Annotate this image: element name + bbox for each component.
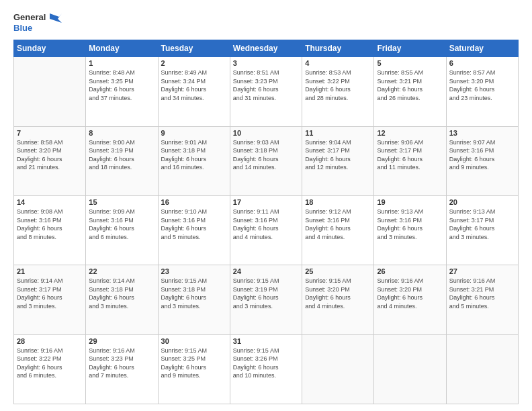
day-info: Sunrise: 9:00 AM Sunset: 3:19 PM Dayligh… <box>89 138 154 172</box>
day-number: 17 <box>233 198 299 206</box>
calendar-cell: 1Sunrise: 8:48 AM Sunset: 3:25 PM Daylig… <box>86 57 158 126</box>
day-info: Sunrise: 8:48 AM Sunset: 3:25 PM Dayligh… <box>89 68 154 102</box>
day-info: Sunrise: 8:51 AM Sunset: 3:23 PM Dayligh… <box>233 68 299 102</box>
day-number: 6 <box>449 59 515 67</box>
day-info: Sunrise: 9:11 AM Sunset: 3:16 PM Dayligh… <box>233 208 299 241</box>
day-info: Sunrise: 8:57 AM Sunset: 3:20 PM Dayligh… <box>449 68 515 102</box>
day-number: 8 <box>89 129 154 137</box>
calendar-cell: 4Sunrise: 8:53 AM Sunset: 3:22 PM Daylig… <box>302 57 374 126</box>
day-number: 23 <box>161 267 227 275</box>
calendar-cell: 28Sunrise: 9:16 AM Sunset: 3:22 PM Dayli… <box>14 334 86 404</box>
calendar-cell: 8Sunrise: 9:00 AM Sunset: 3:19 PM Daylig… <box>86 126 158 195</box>
day-number: 16 <box>161 198 227 206</box>
day-number: 30 <box>161 337 227 345</box>
calendar-cell: 7Sunrise: 8:58 AM Sunset: 3:20 PM Daylig… <box>14 126 86 195</box>
calendar-cell: 17Sunrise: 9:11 AM Sunset: 3:16 PM Dayli… <box>230 195 302 265</box>
day-info: Sunrise: 9:01 AM Sunset: 3:18 PM Dayligh… <box>161 138 227 172</box>
day-info: Sunrise: 9:10 AM Sunset: 3:16 PM Dayligh… <box>161 208 227 241</box>
calendar-cell <box>374 334 446 404</box>
calendar-cell: 2Sunrise: 8:49 AM Sunset: 3:24 PM Daylig… <box>158 57 230 126</box>
day-info: Sunrise: 9:15 AM Sunset: 3:19 PM Dayligh… <box>233 277 299 310</box>
day-info: Sunrise: 8:58 AM Sunset: 3:20 PM Dayligh… <box>17 138 83 172</box>
day-info: Sunrise: 9:09 AM Sunset: 3:16 PM Dayligh… <box>89 208 154 241</box>
day-info: Sunrise: 9:14 AM Sunset: 3:17 PM Dayligh… <box>17 277 83 310</box>
day-number: 20 <box>449 198 515 206</box>
day-number: 29 <box>89 337 154 345</box>
day-number: 13 <box>449 129 515 137</box>
day-info: Sunrise: 9:07 AM Sunset: 3:16 PM Dayligh… <box>449 138 515 172</box>
weekday-header-tuesday: Tuesday <box>158 40 230 57</box>
day-number: 4 <box>305 59 371 67</box>
day-info: Sunrise: 9:08 AM Sunset: 3:16 PM Dayligh… <box>17 208 83 241</box>
weekday-header-wednesday: Wednesday <box>230 40 302 57</box>
calendar-cell: 22Sunrise: 9:14 AM Sunset: 3:18 PM Dayli… <box>86 265 158 334</box>
calendar-cell: 3Sunrise: 8:51 AM Sunset: 3:23 PM Daylig… <box>230 57 302 126</box>
calendar-cell: 12Sunrise: 9:06 AM Sunset: 3:17 PM Dayli… <box>374 126 446 195</box>
calendar-cell: 25Sunrise: 9:15 AM Sunset: 3:20 PM Dayli… <box>302 265 374 334</box>
day-number: 11 <box>305 129 371 137</box>
day-number: 14 <box>17 198 83 206</box>
calendar-cell: 27Sunrise: 9:16 AM Sunset: 3:21 PM Dayli… <box>446 265 518 334</box>
day-info: Sunrise: 8:53 AM Sunset: 3:22 PM Dayligh… <box>305 68 371 102</box>
day-info: Sunrise: 8:55 AM Sunset: 3:21 PM Dayligh… <box>377 68 443 102</box>
calendar-table: SundayMondayTuesdayWednesdayThursdayFrid… <box>13 40 519 404</box>
calendar-cell: 31Sunrise: 9:15 AM Sunset: 3:26 PM Dayli… <box>230 334 302 404</box>
day-number: 28 <box>17 337 83 345</box>
calendar-cell: 10Sunrise: 9:03 AM Sunset: 3:18 PM Dayli… <box>230 126 302 195</box>
calendar-cell <box>446 334 518 404</box>
day-number: 21 <box>17 267 83 275</box>
day-number: 3 <box>233 59 299 67</box>
day-number: 25 <box>305 267 371 275</box>
weekday-header-saturday: Saturday <box>446 40 518 57</box>
day-info: Sunrise: 9:04 AM Sunset: 3:17 PM Dayligh… <box>305 138 371 172</box>
calendar-cell: 9Sunrise: 9:01 AM Sunset: 3:18 PM Daylig… <box>158 126 230 195</box>
logo-text: General Blue <box>13 12 62 33</box>
day-number: 26 <box>377 267 443 275</box>
day-info: Sunrise: 8:49 AM Sunset: 3:24 PM Dayligh… <box>161 68 227 102</box>
day-number: 24 <box>233 267 299 275</box>
calendar-cell: 29Sunrise: 9:16 AM Sunset: 3:23 PM Dayli… <box>86 334 158 404</box>
day-number: 19 <box>377 198 443 206</box>
logo: General Blue <box>13 12 62 33</box>
day-number: 1 <box>89 59 154 67</box>
day-number: 5 <box>377 59 443 67</box>
day-info: Sunrise: 9:16 AM Sunset: 3:23 PM Dayligh… <box>89 347 154 380</box>
calendar-cell: 6Sunrise: 8:57 AM Sunset: 3:20 PM Daylig… <box>446 57 518 126</box>
calendar-cell: 23Sunrise: 9:15 AM Sunset: 3:18 PM Dayli… <box>158 265 230 334</box>
day-number: 9 <box>161 129 227 137</box>
day-number: 27 <box>449 267 515 275</box>
day-number: 31 <box>233 337 299 345</box>
day-info: Sunrise: 9:12 AM Sunset: 3:16 PM Dayligh… <box>305 208 371 241</box>
calendar-cell: 26Sunrise: 9:16 AM Sunset: 3:20 PM Dayli… <box>374 265 446 334</box>
day-number: 10 <box>233 129 299 137</box>
day-info: Sunrise: 9:13 AM Sunset: 3:17 PM Dayligh… <box>449 208 515 241</box>
calendar-cell: 16Sunrise: 9:10 AM Sunset: 3:16 PM Dayli… <box>158 195 230 265</box>
day-info: Sunrise: 9:16 AM Sunset: 3:21 PM Dayligh… <box>449 277 515 310</box>
weekday-header-monday: Monday <box>86 40 158 57</box>
day-number: 18 <box>305 198 371 206</box>
calendar-cell: 5Sunrise: 8:55 AM Sunset: 3:21 PM Daylig… <box>374 57 446 126</box>
day-info: Sunrise: 9:13 AM Sunset: 3:16 PM Dayligh… <box>377 208 443 241</box>
day-number: 22 <box>89 267 154 275</box>
day-number: 2 <box>161 59 227 67</box>
calendar-cell: 21Sunrise: 9:14 AM Sunset: 3:17 PM Dayli… <box>14 265 86 334</box>
day-number: 7 <box>17 129 83 137</box>
day-info: Sunrise: 9:03 AM Sunset: 3:18 PM Dayligh… <box>233 138 299 172</box>
day-info: Sunrise: 9:14 AM Sunset: 3:18 PM Dayligh… <box>89 277 154 310</box>
day-info: Sunrise: 9:15 AM Sunset: 3:20 PM Dayligh… <box>305 277 371 310</box>
calendar-cell: 20Sunrise: 9:13 AM Sunset: 3:17 PM Dayli… <box>446 195 518 265</box>
weekday-header-sunday: Sunday <box>14 40 86 57</box>
day-number: 15 <box>89 198 154 206</box>
page: General Blue SundayMondayTuesdayWednesda… <box>0 0 532 411</box>
calendar-cell: 14Sunrise: 9:08 AM Sunset: 3:16 PM Dayli… <box>14 195 86 265</box>
weekday-header-friday: Friday <box>374 40 446 57</box>
calendar-cell: 19Sunrise: 9:13 AM Sunset: 3:16 PM Dayli… <box>374 195 446 265</box>
calendar-cell: 30Sunrise: 9:15 AM Sunset: 3:25 PM Dayli… <box>158 334 230 404</box>
weekday-header-thursday: Thursday <box>302 40 374 57</box>
svg-marker-0 <box>50 13 62 23</box>
calendar-cell: 18Sunrise: 9:12 AM Sunset: 3:16 PM Dayli… <box>302 195 374 265</box>
day-info: Sunrise: 9:06 AM Sunset: 3:17 PM Dayligh… <box>377 138 443 172</box>
day-number: 12 <box>377 129 443 137</box>
calendar-cell: 13Sunrise: 9:07 AM Sunset: 3:16 PM Dayli… <box>446 126 518 195</box>
day-info: Sunrise: 9:16 AM Sunset: 3:22 PM Dayligh… <box>17 347 83 380</box>
